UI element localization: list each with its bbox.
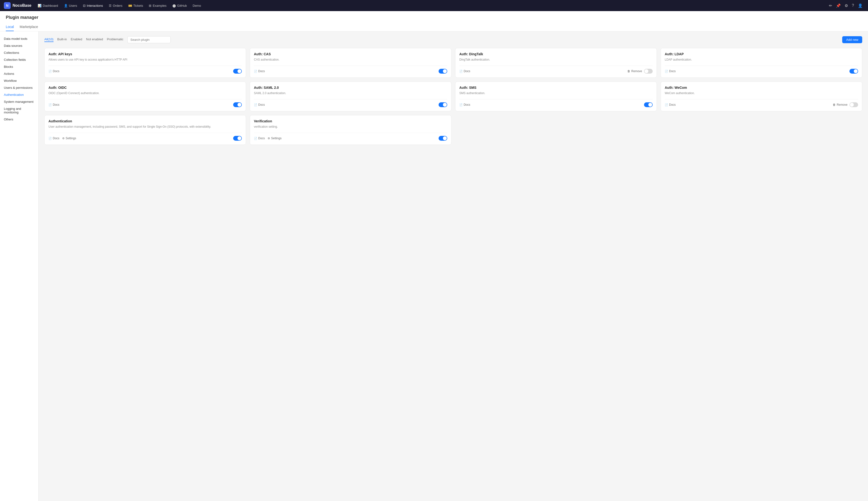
docs-link[interactable]: Docs: [665, 70, 675, 73]
user-avatar[interactable]: 👤: [856, 2, 864, 9]
nav-demo[interactable]: Demo: [190, 2, 204, 9]
main-content: All(10) Built-in Enabled Not enabled Pro…: [39, 31, 868, 501]
docs-link[interactable]: Docs: [254, 103, 265, 106]
plugin-name: Verification: [254, 119, 447, 123]
page-container: Plugin manager Local Marketplace Data mo…: [0, 11, 868, 501]
orders-icon: ☰: [109, 4, 112, 8]
nav-orders[interactable]: ☰ Orders: [106, 2, 125, 9]
tickets-icon: 🎫: [128, 4, 132, 8]
search-input[interactable]: [127, 36, 171, 43]
plugin-grid: Auth: API keys Allows users to use API k…: [44, 48, 862, 145]
plugin-footer: Docs: [459, 99, 653, 107]
filter-tabs: All(10) Built-in Enabled Not enabled Pro…: [44, 36, 123, 43]
sidebar-item-actions[interactable]: Actions: [0, 70, 39, 77]
toggle-area: [233, 136, 242, 141]
nav-tickets[interactable]: 🎫 Tickets: [126, 2, 146, 9]
docs-link[interactable]: Docs: [459, 103, 470, 106]
plugin-card-auth-cas: Auth: CAS CAS authentication. Docs: [250, 48, 451, 78]
sidebar-item-data-sources[interactable]: Data sources: [0, 42, 39, 49]
plugin-toggle[interactable]: [849, 102, 858, 107]
filter-not-enabled[interactable]: Not enabled: [86, 36, 103, 43]
page-header: Plugin manager Local Marketplace: [0, 11, 868, 31]
docs-link[interactable]: Docs: [48, 70, 59, 73]
plugin-footer: Docs: [254, 99, 447, 107]
help-icon[interactable]: ?: [850, 2, 856, 9]
plugin-name: Auth: CAS: [254, 52, 447, 56]
docs-link[interactable]: Docs: [48, 103, 59, 106]
settings-link[interactable]: Settings: [268, 137, 282, 140]
sidebar-item-blocks[interactable]: Blocks: [0, 63, 39, 70]
remove-button[interactable]: 🗑 Remove: [627, 70, 642, 73]
doc-icon: [48, 137, 52, 140]
settings-link[interactable]: Settings: [62, 137, 76, 140]
plugin-card-auth-dingtalk: Auth: DingTalk DingTalk authentication. …: [455, 48, 657, 78]
tab-marketplace[interactable]: Marketplace: [20, 23, 38, 31]
docs-link[interactable]: Docs: [254, 70, 265, 73]
pencil-icon[interactable]: ✏: [827, 2, 834, 9]
logo[interactable]: N NocoBase: [4, 2, 31, 9]
filter-all[interactable]: All(10): [44, 36, 54, 43]
plugin-name: Auth: SMS: [459, 86, 653, 89]
nav-examples[interactable]: ⊞ Examples: [146, 2, 169, 9]
plugin-toggle[interactable]: [644, 69, 653, 74]
sidebar-item-others[interactable]: Others: [0, 116, 39, 123]
plugin-footer: Docs 🗑 Remove: [665, 99, 858, 107]
toggle-area: 🗑 Remove: [627, 69, 653, 74]
plugin-toggle[interactable]: [439, 136, 447, 141]
plugin-desc: SAML 2.0 authentication.: [254, 91, 447, 95]
plugin-desc: User authentication management, includin…: [48, 125, 242, 129]
nav-users[interactable]: 👤 Users: [62, 2, 79, 9]
sidebar-item-collection-fields[interactable]: Collection fields: [0, 56, 39, 63]
doc-icon: [48, 103, 52, 106]
plugin-footer: Docs: [665, 66, 858, 74]
plugin-toggle[interactable]: [233, 102, 242, 107]
plugin-footer: Docs: [48, 66, 242, 74]
doc-icon: [48, 70, 52, 73]
plugin-toggle[interactable]: [233, 136, 242, 141]
chart-icon: 📊: [37, 4, 42, 8]
sidebar-item-data-model-tools[interactable]: Data model tools: [0, 35, 39, 42]
plugin-toggle[interactable]: [849, 69, 858, 74]
filter-enabled[interactable]: Enabled: [71, 36, 82, 43]
trash-icon: 🗑: [627, 70, 630, 73]
tab-local[interactable]: Local: [6, 23, 14, 31]
plugin-name: Auth: LDAP: [665, 52, 858, 56]
docs-link[interactable]: Docs: [665, 103, 675, 106]
plugin-card-verification: Verification verification setting. Docs …: [250, 115, 451, 145]
nav-interactions[interactable]: ⊡ Interactions: [80, 2, 106, 9]
docs-link[interactable]: Docs: [254, 137, 265, 140]
plugin-toggle[interactable]: [644, 102, 653, 107]
plugin-desc: WeCom authentication.: [665, 91, 858, 95]
sidebar-item-logging[interactable]: Logging and monitoring: [0, 105, 39, 116]
page-body: Data model tools Data sources Collection…: [0, 31, 868, 501]
docs-link[interactable]: Docs: [48, 137, 59, 140]
sidebar-item-authentication[interactable]: Authentication: [0, 91, 39, 98]
settings-icon[interactable]: ⚙: [843, 2, 849, 9]
filter-builtin[interactable]: Built-in: [57, 36, 67, 43]
nav-github[interactable]: ⬤ GitHub: [170, 2, 189, 9]
add-new-button[interactable]: Add new: [842, 36, 862, 43]
plugin-toggle[interactable]: [233, 69, 242, 74]
remove-button[interactable]: 🗑 Remove: [833, 103, 847, 106]
plugin-card-auth-ldap: Auth: LDAP LDAP authentication. Docs: [661, 48, 862, 78]
sidebar-item-collections[interactable]: Collections: [0, 49, 39, 56]
doc-icon: [254, 137, 257, 140]
sidebar-item-users-permissions[interactable]: Users & permissions: [0, 84, 39, 91]
nav-dashboard[interactable]: 📊 Dashboard: [35, 2, 61, 9]
plugin-desc: SMS authentication.: [459, 91, 653, 95]
github-icon: ⬤: [172, 4, 176, 8]
plugin-desc: Allows users to use API key to access ap…: [48, 57, 242, 62]
sidebar-item-workflow[interactable]: Workflow: [0, 77, 39, 84]
toggle-area: [233, 102, 242, 107]
plugin-toggle[interactable]: [439, 102, 447, 107]
plugin-toggle[interactable]: [439, 69, 447, 74]
plugin-footer: Docs Settings: [48, 133, 242, 141]
sidebar-item-system-management[interactable]: System management: [0, 98, 39, 105]
plugin-name: Auth: SAML 2.0: [254, 86, 447, 89]
pin-icon[interactable]: 📌: [835, 2, 842, 9]
plugin-name: Authentication: [48, 119, 242, 123]
doc-icon: [665, 70, 668, 73]
plugin-card-auth-oidc: Auth: OIDC OIDC (OpenID Connect) authent…: [44, 82, 246, 111]
docs-link[interactable]: Docs: [459, 70, 470, 73]
filter-problematic[interactable]: Problematic: [107, 36, 123, 43]
